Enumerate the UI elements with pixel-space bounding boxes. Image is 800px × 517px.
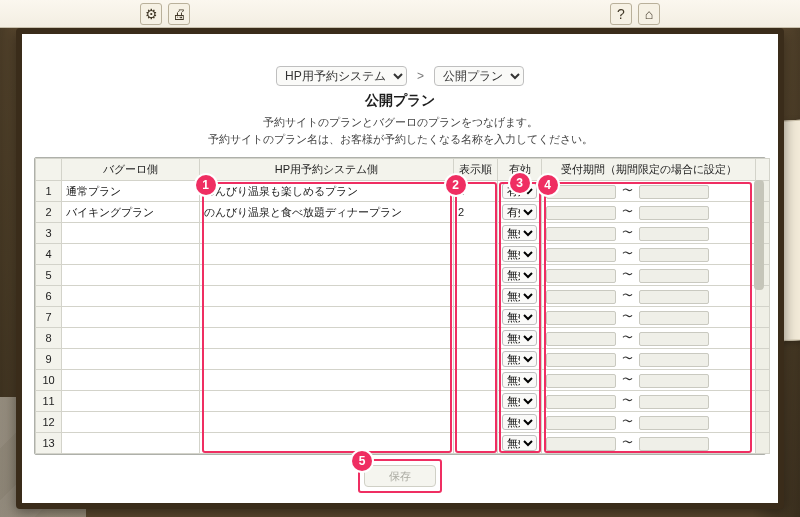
enabled-select[interactable]: 有効無効 bbox=[502, 204, 537, 220]
bagooro-cell[interactable] bbox=[62, 286, 200, 307]
bagooro-cell[interactable]: バイキングプラン bbox=[62, 202, 200, 223]
bagooro-cell[interactable] bbox=[62, 433, 200, 454]
display-order-cell[interactable] bbox=[454, 412, 498, 433]
print-icon[interactable]: 🖨 bbox=[168, 3, 190, 25]
period-tilde: 〜 bbox=[622, 393, 633, 408]
enabled-select[interactable]: 有効無効 bbox=[502, 267, 537, 283]
period-end-input[interactable] bbox=[639, 290, 709, 304]
period-tilde: 〜 bbox=[622, 372, 633, 387]
bagooro-cell[interactable] bbox=[62, 244, 200, 265]
period-end-input[interactable] bbox=[639, 227, 709, 241]
enabled-select[interactable]: 有効無効 bbox=[502, 330, 537, 346]
enabled-select[interactable]: 有効無効 bbox=[502, 351, 537, 367]
hp-system-cell[interactable] bbox=[200, 328, 454, 349]
period-end-input[interactable] bbox=[639, 374, 709, 388]
bagooro-cell[interactable] bbox=[62, 223, 200, 244]
hp-system-cell[interactable]: のんびり温泉も楽しめるプラン bbox=[200, 181, 454, 202]
period-start-input[interactable] bbox=[546, 416, 616, 430]
period-end-input[interactable] bbox=[639, 185, 709, 199]
display-order-cell[interactable] bbox=[454, 307, 498, 328]
period-end-input[interactable] bbox=[639, 206, 709, 220]
system-select[interactable]: HP用予約システム bbox=[276, 66, 407, 86]
display-order-cell[interactable] bbox=[454, 265, 498, 286]
display-order-cell[interactable] bbox=[454, 286, 498, 307]
display-order-cell[interactable] bbox=[454, 349, 498, 370]
display-order-cell[interactable]: 2 bbox=[454, 202, 498, 223]
period-start-input[interactable] bbox=[546, 185, 616, 199]
hp-system-cell[interactable] bbox=[200, 370, 454, 391]
bagooro-cell[interactable] bbox=[62, 412, 200, 433]
save-button[interactable]: 保存 bbox=[364, 465, 436, 487]
row-number: 11 bbox=[36, 391, 62, 412]
enabled-select[interactable]: 有効無効 bbox=[502, 225, 537, 241]
period-start-input[interactable] bbox=[546, 353, 616, 367]
hp-system-cell[interactable] bbox=[200, 391, 454, 412]
enabled-select[interactable]: 有効無効 bbox=[502, 288, 537, 304]
period-end-input[interactable] bbox=[639, 353, 709, 367]
enabled-select[interactable]: 有効無効 bbox=[502, 183, 537, 199]
gear-icon[interactable]: ⚙ bbox=[140, 3, 162, 25]
scrollbar-thumb[interactable] bbox=[754, 180, 764, 290]
bagooro-cell[interactable]: 通常プラン bbox=[62, 181, 200, 202]
display-order-cell[interactable] bbox=[454, 370, 498, 391]
hp-system-cell[interactable] bbox=[200, 433, 454, 454]
home-icon[interactable]: ⌂ bbox=[638, 3, 660, 25]
period-start-input[interactable] bbox=[546, 374, 616, 388]
bagooro-cell[interactable] bbox=[62, 328, 200, 349]
plan-table: バグーロ側 HP用予約システム側 表示順 有効 受付期間（期間限定の場合に設定）… bbox=[35, 158, 770, 454]
period-end-input[interactable] bbox=[639, 437, 709, 451]
period-start-input[interactable] bbox=[546, 395, 616, 409]
table-row: 3有効無効〜 bbox=[36, 223, 770, 244]
enabled-select[interactable]: 有効無効 bbox=[502, 372, 537, 388]
period-start-input[interactable] bbox=[546, 290, 616, 304]
bagooro-cell[interactable] bbox=[62, 307, 200, 328]
period-cell: 〜 bbox=[542, 391, 756, 412]
enabled-select[interactable]: 有効無効 bbox=[502, 246, 537, 262]
display-order-cell[interactable] bbox=[454, 433, 498, 454]
enabled-select[interactable]: 有効無効 bbox=[502, 414, 537, 430]
scrollbar-gutter bbox=[756, 370, 770, 391]
page-select[interactable]: 公開プラン bbox=[434, 66, 524, 86]
row-number: 3 bbox=[36, 223, 62, 244]
hp-system-cell[interactable] bbox=[200, 286, 454, 307]
period-start-input[interactable] bbox=[546, 206, 616, 220]
period-end-input[interactable] bbox=[639, 248, 709, 262]
enabled-cell: 有効無効 bbox=[498, 181, 542, 202]
bagooro-cell[interactable] bbox=[62, 349, 200, 370]
period-start-input[interactable] bbox=[546, 269, 616, 283]
display-order-cell[interactable] bbox=[454, 328, 498, 349]
display-order-cell[interactable] bbox=[454, 223, 498, 244]
period-end-input[interactable] bbox=[639, 416, 709, 430]
enabled-select[interactable]: 有効無効 bbox=[502, 393, 537, 409]
row-number: 6 bbox=[36, 286, 62, 307]
table-row: 6有効無効〜 bbox=[36, 286, 770, 307]
display-order-cell[interactable] bbox=[454, 391, 498, 412]
bagooro-cell[interactable] bbox=[62, 391, 200, 412]
display-order-cell[interactable]: 1 bbox=[454, 181, 498, 202]
period-end-input[interactable] bbox=[639, 395, 709, 409]
period-start-input[interactable] bbox=[546, 248, 616, 262]
hp-system-cell[interactable] bbox=[200, 349, 454, 370]
bagooro-cell[interactable] bbox=[62, 265, 200, 286]
breadcrumb: HP用予約システム > 公開プラン bbox=[34, 66, 766, 86]
display-order-cell[interactable] bbox=[454, 244, 498, 265]
enabled-select[interactable]: 有効無効 bbox=[502, 435, 537, 451]
hp-system-cell[interactable]: のんびり温泉と食べ放題ディナープラン bbox=[200, 202, 454, 223]
hp-system-cell[interactable] bbox=[200, 265, 454, 286]
period-end-input[interactable] bbox=[639, 311, 709, 325]
enabled-select[interactable]: 有効無効 bbox=[502, 309, 537, 325]
hp-system-cell[interactable] bbox=[200, 223, 454, 244]
hp-system-cell[interactable] bbox=[200, 307, 454, 328]
hp-system-cell[interactable] bbox=[200, 244, 454, 265]
period-end-input[interactable] bbox=[639, 332, 709, 346]
bagooro-cell[interactable] bbox=[62, 370, 200, 391]
period-end-input[interactable] bbox=[639, 269, 709, 283]
help-icon[interactable]: ? bbox=[610, 3, 632, 25]
hp-system-cell[interactable] bbox=[200, 412, 454, 433]
table-row: 7有効無効〜 bbox=[36, 307, 770, 328]
period-start-input[interactable] bbox=[546, 437, 616, 451]
period-start-input[interactable] bbox=[546, 227, 616, 241]
period-start-input[interactable] bbox=[546, 311, 616, 325]
period-start-input[interactable] bbox=[546, 332, 616, 346]
period-tilde: 〜 bbox=[622, 435, 633, 450]
